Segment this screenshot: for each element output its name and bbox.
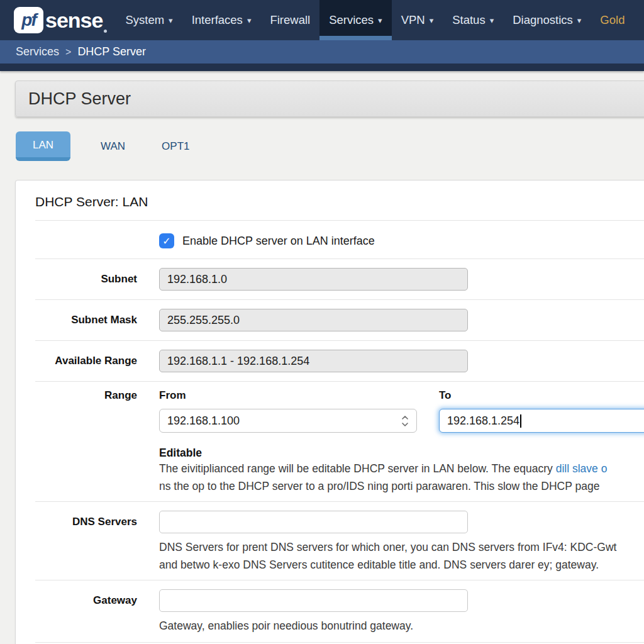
caret-down-icon: ▾ [490,16,494,25]
nav-item-vpn[interactable]: VPN ▾ [392,0,443,40]
editable-help-line1: The eivitiplianced range will be editabl… [159,460,644,477]
breadcrumb: Services > DHCP Server [0,40,644,64]
breadcrumb-section[interactable]: Services [16,45,59,58]
editable-help-link[interactable]: dill slave o [556,462,608,475]
text-cursor [520,414,521,428]
subnet-mask-label: Subnet Mask [16,309,137,331]
dns-help-line1: DNS Servers for prent DNS servers for wh… [159,538,644,556]
enable-dhcp-checkbox[interactable]: ✓ [159,233,174,248]
dhcp-server-form-card: DHCP Server: LAN ✓ Enable DHCP server on… [15,180,644,644]
editable-help-block: Editable The eivitiplianced range will b… [159,447,644,495]
logo-sense-text: sense [45,8,103,33]
range-label: Range [16,382,137,501]
editable-heading: Editable [159,447,644,460]
nav-item-services[interactable]: Services ▾ [319,0,391,40]
nav-item-label: System [125,13,164,27]
nav-item-label: Status [452,13,485,27]
dns-help-line2: and betwo k-exo DNS Servers cutitence ed… [159,556,644,574]
interface-tabs: LAN WAN OPT1 [16,131,644,165]
breadcrumb-page: DHCP Server [77,45,146,58]
range-to-value: 192.168.1.254 [447,414,519,428]
range-to-input[interactable]: 192.168.1.254 [439,409,644,433]
gateway-label: Gateway [16,589,137,635]
subnet-label: Subnet [16,268,137,291]
registered-mark-icon [104,30,107,33]
nav-item-interfaces[interactable]: Interfaces ▾ [182,0,261,40]
nav-item-label: Diagnostics [513,13,573,27]
dns-servers-row: DNS Servers DNS Servers for prent DNS se… [16,502,644,580]
gateway-row: Gateway Gateway, enablies poir needious … [16,580,644,642]
subnet-mask-row: Subnet Mask [16,300,644,340]
range-from-input[interactable]: 192.168.1.100 [159,409,417,433]
header-divider-strip [0,64,644,71]
caret-down-icon: ▾ [169,16,173,25]
nav-item-system[interactable]: System ▾ [116,0,182,40]
enable-dhcp-row: ✓ Enable DHCP server on LAN interface [16,221,644,258]
editable-help-line2: ns the op to the DHCP server to a pro/ID… [159,477,644,495]
nav-item-diagnostics[interactable]: Diagnostics ▾ [503,0,591,40]
range-to-label: To [439,389,644,402]
enable-dhcp-label: Enable DHCP server on LAN interface [182,235,375,248]
tab-lan[interactable]: LAN [16,131,70,161]
subnet-row: Subnet [16,259,644,299]
section-title: DHCP Server: LAN [35,194,644,209]
available-range-input [159,350,468,372]
available-range-row: Available Range [16,341,644,381]
chevron-right-icon: > [65,47,71,58]
nav-item-firewall[interactable]: Firewall [260,0,319,40]
nav-item-label: Interfaces [192,13,243,27]
nav-item-label: Gold [600,13,625,27]
caret-down-icon: ▾ [430,16,434,25]
gateway-input[interactable] [159,589,468,612]
empty-label-cell [16,233,137,248]
caret-down-icon: ▾ [378,16,382,25]
nav-item-label: VPN [401,13,425,27]
tab-opt1[interactable]: OPT1 [162,131,189,162]
page-title: DHCP Server [28,89,131,109]
subnet-input [159,268,468,291]
nav-item-gold[interactable]: Gold [591,0,634,40]
caret-down-icon: ▾ [247,16,252,25]
range-from-label: From [159,389,417,402]
logo-pf-text: pf [21,10,35,30]
editable-help-text: The eivitiplianced range will be editabl… [159,462,556,475]
pfsense-logo-box-icon: pf [14,7,43,33]
nav-item-label: Services [329,13,374,27]
range-from-value: 192.168.1.100 [167,414,240,428]
dns-servers-label: DNS Servers [16,511,137,574]
caret-down-icon: ▾ [577,16,582,25]
gateway-help: Gateway, enablies poir needious bonutrin… [159,617,644,635]
subnet-mask-input [159,309,468,331]
top-navigation-bar: pf sense System ▾ Interfaces ▾ Firewall … [0,0,644,40]
stepper-icon[interactable] [401,415,409,427]
available-range-label: Available Range [16,350,137,372]
range-row: Range From 192.168.1.100 To [16,382,644,501]
nav-item-label: Firewall [270,13,310,27]
tab-wan[interactable]: WAN [101,131,125,162]
dns-servers-input[interactable] [159,511,468,533]
pfsense-logo[interactable]: pf sense [0,0,116,40]
nav-item-status[interactable]: Status ▾ [443,0,503,40]
page-title-banner: DHCP Server [15,80,644,117]
